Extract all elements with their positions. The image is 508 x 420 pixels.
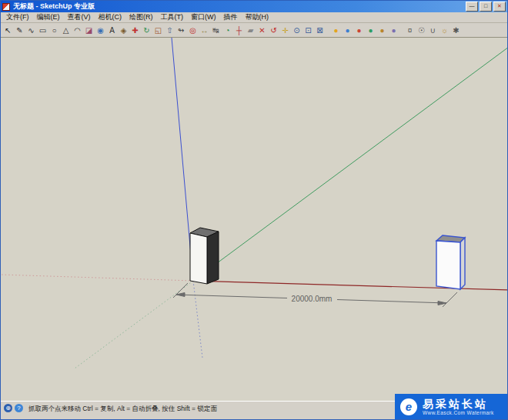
right-box-front-face[interactable] xyxy=(436,241,460,289)
left-box-front-face[interactable] xyxy=(190,233,207,284)
menu-bar: 文件(F)编辑(E)查看(V)相机(C)绘图(R)工具(T)窗口(W)插件帮助(… xyxy=(1,12,507,23)
menu-file[interactable]: 文件(F) xyxy=(2,12,33,22)
freehand-tool-button[interactable]: ∿ xyxy=(25,25,37,36)
minimize-button[interactable]: — xyxy=(466,2,478,12)
paint-bucket-tool-button[interactable]: ◉ xyxy=(95,25,106,36)
toolbar: ↖✎∿▭○△◠◪◉A◈✚↻◱⇧↬◎↔↹◔┼▰✕↺✛⊙⊡⊠●●●●●●¤☉∪☼✱ xyxy=(1,23,507,38)
rectangle-tool-button[interactable]: ▭ xyxy=(37,25,48,36)
menu-view[interactable]: 查看(V) xyxy=(64,12,95,22)
zoom-window-tool-button[interactable]: ⊡ xyxy=(302,25,314,36)
shadows-tool-button[interactable]: ☼ xyxy=(439,25,450,36)
look-around-tool-button[interactable]: ☉ xyxy=(416,25,427,36)
dimension-label: 20000.0mm xyxy=(292,295,333,303)
window-title: 无标题 - SketchUp 专业版 xyxy=(13,2,464,12)
orbit-tool-button[interactable]: ↺ xyxy=(268,25,279,36)
easck-logo-icon: e xyxy=(400,398,417,415)
geolocation-icon[interactable]: ⊕ xyxy=(4,404,12,412)
menu-tools[interactable]: 工具(T) xyxy=(157,12,188,22)
extension-1-button[interactable]: ● xyxy=(330,25,342,36)
select-tool-button[interactable]: ↖ xyxy=(2,25,14,36)
line-tool-button[interactable]: ✎ xyxy=(14,25,25,36)
left-box[interactable] xyxy=(190,228,219,284)
sketchup-app-icon xyxy=(2,3,10,11)
preferences-tool-button[interactable]: ✱ xyxy=(450,25,462,36)
model-canvas[interactable]: 20000.0mm xyxy=(1,38,508,401)
pan-tool-button[interactable]: ✛ xyxy=(279,25,291,36)
menu-window[interactable]: 窗口(W) xyxy=(187,12,220,22)
circle-tool-button[interactable]: ○ xyxy=(48,25,60,36)
arc-tool-button[interactable]: ◠ xyxy=(72,25,83,36)
position-camera-tool-button[interactable]: ¤ xyxy=(404,25,416,36)
dimension-line-right xyxy=(337,300,446,304)
eraser-tool-button[interactable]: ◪ xyxy=(83,25,95,36)
sketchup-window: 无标题 - SketchUp 专业版 — □ ✕ 文件(F)编辑(E)查看(V)… xyxy=(0,0,508,420)
text-tool-button[interactable]: A xyxy=(106,25,118,36)
zoom-extents-tool-button[interactable]: ⊠ xyxy=(314,25,326,36)
push-pull-tool-button[interactable]: ⇧ xyxy=(164,25,175,36)
title-bar: 无标题 - SketchUp 专业版 — □ ✕ xyxy=(1,1,507,12)
menu-plugins[interactable]: 插件 xyxy=(220,12,242,22)
status-hint: 抓取两个点来移动 Ctrl = 复制, Alt = 自动折叠, 按住 Shift… xyxy=(28,405,217,414)
protractor-tool-button[interactable]: ◔ xyxy=(222,25,233,36)
watermark-subtitle: Www.Easck.Com Watermark xyxy=(423,410,494,415)
menu-camera[interactable]: 相机(C) xyxy=(95,12,126,22)
blue-axis-negative xyxy=(193,281,202,358)
help-icon[interactable]: ? xyxy=(15,404,23,412)
axes-tool-button[interactable]: ┼ xyxy=(233,25,245,36)
dimension-tool-button[interactable]: ↹ xyxy=(210,25,222,36)
menu-draw[interactable]: 绘图(R) xyxy=(125,12,157,22)
dimension-annotation: 20000.0mm xyxy=(173,283,457,307)
follow-me-tool-button[interactable]: ↬ xyxy=(175,25,187,36)
watermark-badge: e 易采站长站 Www.Easck.Com Watermark xyxy=(395,394,507,419)
extension-4-button[interactable]: ● xyxy=(365,25,376,36)
walk-tool-button[interactable]: ∪ xyxy=(427,25,439,36)
red-axis-negative xyxy=(1,275,193,281)
zoom-tool-button[interactable]: ⊙ xyxy=(291,25,302,36)
extension-2-button[interactable]: ● xyxy=(342,25,353,36)
offset-tool-button[interactable]: ◎ xyxy=(187,25,199,36)
extension-tools: ●●●●●● xyxy=(330,25,399,36)
dimension-line-left xyxy=(176,295,287,298)
extension-6-button[interactable]: ● xyxy=(388,25,399,36)
dimension-extension-right xyxy=(443,292,457,307)
green-axis-negative xyxy=(75,281,193,368)
camera-tools: ¤☉∪☼✱ xyxy=(404,25,462,36)
watermark-text: 易采站长站 Www.Easck.Com Watermark xyxy=(423,398,494,415)
close-button[interactable]: ✕ xyxy=(493,2,506,12)
extension-5-button[interactable]: ● xyxy=(376,25,388,36)
left-box-side-face[interactable] xyxy=(207,232,219,284)
rotate-tool-button[interactable]: ↻ xyxy=(141,25,152,36)
right-box-selected[interactable] xyxy=(436,235,465,289)
extension-3-button[interactable]: ● xyxy=(353,25,365,36)
model-viewport[interactable]: 20000.0mm xyxy=(1,38,507,401)
menu-edit[interactable]: 编辑(E) xyxy=(33,12,64,22)
make-component-tool-button[interactable]: ◈ xyxy=(118,25,129,36)
watermark-brand: 易采站长站 xyxy=(423,398,494,410)
menu-help[interactable]: 帮助(H) xyxy=(242,12,273,22)
maximize-button[interactable]: □ xyxy=(480,2,492,12)
delete-guides-tool-button[interactable]: ✕ xyxy=(256,25,268,36)
polygon-tool-button[interactable]: △ xyxy=(60,25,72,36)
right-box-side-face[interactable] xyxy=(460,238,465,289)
section-plane-tool-button[interactable]: ▰ xyxy=(245,25,256,36)
drawing-axes xyxy=(1,38,508,368)
move-tool-button[interactable]: ✚ xyxy=(129,25,141,36)
main-tools: ↖✎∿▭○△◠◪◉A◈✚↻◱⇧↬◎↔↹◔┼▰✕↺✛⊙⊡⊠ xyxy=(2,25,326,36)
scale-tool-button[interactable]: ◱ xyxy=(152,25,164,36)
tape-measure-tool-button[interactable]: ↔ xyxy=(199,25,210,36)
